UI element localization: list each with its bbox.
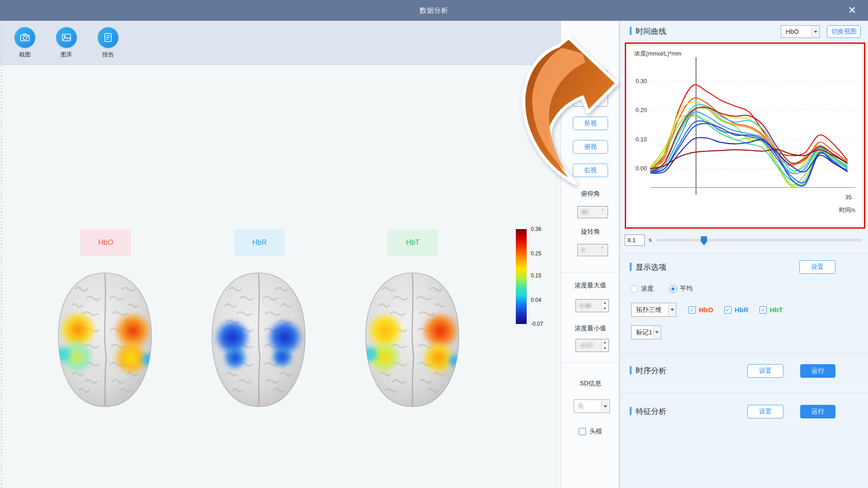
toolbar: 截图 图库 报告 (0, 21, 561, 65)
colorbar-tick: -0.07 (531, 321, 558, 327)
average-radio[interactable] (669, 285, 677, 293)
divider (619, 393, 868, 393)
gallery-icon (56, 27, 77, 48)
brain-view-canvas: HbO HbR HbT (0, 66, 561, 488)
head-model-checkbox[interactable]: ✓ (579, 428, 586, 435)
view-back-button[interactable]: 后视 (573, 93, 608, 107)
gallery-button[interactable]: 图库 (51, 27, 82, 59)
section-accent (630, 263, 632, 271)
report-button[interactable]: 报告 (92, 27, 124, 59)
colorbar-tick: 0.15 (531, 272, 558, 279)
hbo-brain-3d-view[interactable] (51, 269, 159, 409)
colorbar (516, 229, 527, 324)
pitch-angle-label: 俯仰角 (561, 190, 620, 198)
conc-max-spinner[interactable]: 0.36 (576, 299, 609, 312)
screenshot-button[interactable]: 截图 (9, 27, 41, 59)
section-accent (630, 27, 632, 35)
timeseries-run-button[interactable]: 运行 (800, 364, 835, 378)
hbt-map-label: HbT (387, 229, 438, 256)
view-left-button[interactable]: 左视 (573, 70, 608, 83)
chevron-down-icon (668, 304, 675, 316)
svg-text:0.00: 0.00 (636, 165, 647, 172)
sd-info-label: SD信息 (561, 380, 620, 388)
head-model-label: 头模 (590, 427, 602, 436)
divider (619, 353, 868, 354)
section-accent (630, 407, 632, 415)
svg-text:0.30: 0.30 (636, 78, 647, 84)
display-settings-button[interactable]: 设置 (799, 260, 835, 274)
feature-settings-button[interactable]: 设置 (747, 405, 783, 418)
rotation-angle-spinner[interactable]: 0 ° (577, 244, 608, 256)
colorbar-tick: 0.04 (531, 297, 558, 303)
svg-text:35: 35 (845, 194, 852, 201)
window-title: 数据分析 (420, 6, 448, 15)
hbo-checkbox[interactable]: ✓ (689, 306, 696, 314)
time-curve-chart: 浓度(mmol/L)*mm0.300.200.100.0035时间/s (627, 45, 863, 226)
spinner-arrows[interactable] (601, 340, 608, 351)
feature-run-button[interactable]: 运行 (800, 405, 835, 418)
svg-text:0.10: 0.10 (636, 136, 647, 143)
time-curve-highlight-frame: 浓度(mmol/L)*mm0.300.200.100.0035时间/s (625, 42, 865, 229)
time-slider[interactable] (656, 239, 862, 241)
divider (561, 362, 620, 363)
view-front-button[interactable]: 前视 (573, 117, 608, 130)
time-curve-header: 时间曲线 (636, 26, 666, 37)
hbt-brain-3d-view[interactable] (358, 269, 467, 409)
conc-min-spinner[interactable]: -0.07 (576, 339, 609, 352)
topology-select[interactable]: 拓扑三维 (631, 303, 676, 317)
view-control-panel: 左视 后视 前视 俯视 右视 俯仰角 90 ° 旋转角 0 ° 浓度最大值 0.… (561, 21, 619, 488)
view-top-button[interactable]: 俯视 (573, 140, 608, 154)
timeseries-header: 时序分析 (636, 366, 666, 376)
time-input[interactable] (625, 235, 645, 246)
svg-text:浓度(mmol/L)*mm: 浓度(mmol/L)*mm (634, 50, 681, 57)
title-bar: 数据分析 ✕ (0, 0, 868, 21)
hbo-map-label: HbO (80, 229, 131, 256)
hbr-checkbox[interactable]: ✓ (724, 306, 731, 314)
divider (561, 272, 620, 273)
time-unit-label: s (649, 236, 652, 243)
head-model-row: ✓ 头模 (561, 427, 620, 436)
svg-text:0.20: 0.20 (636, 107, 647, 113)
camera-icon (14, 27, 35, 48)
svg-text:时间/s: 时间/s (839, 206, 856, 213)
conc-min-label: 浓度最小值 (561, 324, 620, 333)
timeseries-settings-button[interactable]: 设置 (747, 364, 783, 378)
switch-view-button[interactable]: 切换视图 (827, 25, 861, 38)
colorbar-tick: 0.36 (531, 226, 558, 232)
conc-max-label: 浓度最大值 (561, 282, 620, 290)
hbt-checkbox[interactable]: ✓ (760, 306, 767, 314)
sd-info-select[interactable]: 无 (574, 399, 610, 413)
signal-type-select[interactable]: HbO (781, 25, 820, 38)
hbr-brain-3d-view[interactable] (204, 269, 313, 409)
display-options-header: 显示选项 (636, 262, 666, 272)
pitch-angle-spinner[interactable]: 90 ° (577, 206, 608, 218)
spinner-arrows[interactable] (601, 300, 608, 311)
series-checkbox-group: ✓ HbO ✓ HbR ✓ HbT (689, 306, 783, 314)
colorbar-tick: 0.25 (531, 250, 558, 257)
chevron-down-icon (601, 400, 609, 412)
canvas-dotted-edge (0, 21, 3, 488)
data-analysis-window: 数据分析 ✕ 截图 图库 (0, 0, 868, 488)
marker-select[interactable]: 标记1 (631, 325, 661, 339)
chevron-down-icon (811, 26, 819, 37)
chevron-down-icon (653, 326, 660, 338)
concentration-radio[interactable] (630, 285, 638, 293)
rotation-angle-label: 旋转角 (561, 228, 620, 236)
mode-radio-group: 浓度 平均 (630, 285, 693, 293)
section-accent (630, 366, 632, 375)
report-icon (98, 27, 118, 48)
hbr-map-label: HbR (234, 229, 285, 256)
view-right-button[interactable]: 右视 (573, 164, 608, 177)
divider (619, 253, 868, 253)
feature-header: 特征分析 (636, 406, 666, 417)
close-icon[interactable]: ✕ (846, 5, 858, 16)
